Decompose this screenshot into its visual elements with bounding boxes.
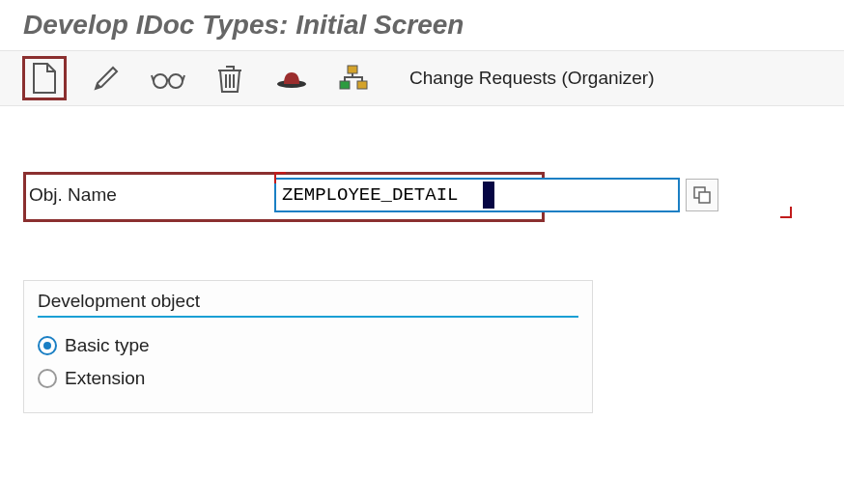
trash-icon bbox=[216, 63, 243, 94]
obj-name-label: Obj. Name bbox=[23, 184, 274, 206]
radio-indicator-basic bbox=[38, 336, 57, 355]
hat-icon bbox=[275, 67, 308, 90]
corner-mark-br bbox=[780, 207, 792, 218]
radio-indicator-extension bbox=[38, 369, 57, 388]
hat-button[interactable] bbox=[270, 57, 313, 99]
content-area: Obj. Name Development object Basic type … bbox=[0, 106, 844, 436]
obj-name-row: Obj. Name bbox=[23, 178, 821, 212]
hierarchy-icon bbox=[338, 64, 369, 93]
page-title: Develop IDoc Types: Initial Screen bbox=[0, 0, 844, 50]
obj-name-input-wrap bbox=[274, 178, 718, 212]
svg-rect-5 bbox=[357, 81, 367, 89]
svg-rect-3 bbox=[348, 66, 357, 73]
radio-extension[interactable]: Extension bbox=[38, 362, 578, 395]
value-help-icon bbox=[693, 186, 711, 204]
pencil-icon bbox=[92, 64, 121, 93]
radio-label-basic: Basic type bbox=[65, 335, 150, 356]
delete-button[interactable] bbox=[209, 57, 251, 99]
svg-point-0 bbox=[154, 74, 167, 88]
value-help-button[interactable] bbox=[686, 179, 718, 211]
new-document-icon bbox=[30, 62, 59, 95]
text-cursor bbox=[483, 182, 494, 209]
radio-label-extension: Extension bbox=[65, 368, 145, 389]
svg-rect-4 bbox=[340, 81, 350, 89]
obj-name-input[interactable] bbox=[274, 178, 680, 212]
radio-basic-type[interactable]: Basic type bbox=[38, 329, 578, 362]
development-object-group: Development object Basic type Extension bbox=[23, 280, 593, 413]
edit-button[interactable] bbox=[85, 57, 127, 99]
display-button[interactable] bbox=[147, 57, 189, 99]
glasses-icon bbox=[151, 68, 185, 89]
group-title: Development object bbox=[38, 291, 578, 318]
svg-point-1 bbox=[169, 74, 183, 88]
create-button[interactable] bbox=[23, 57, 66, 99]
svg-rect-7 bbox=[699, 192, 710, 203]
toolbar: Change Requests (Organizer) bbox=[0, 50, 844, 106]
hierarchy-button[interactable] bbox=[332, 57, 375, 99]
change-requests-link[interactable]: Change Requests (Organizer) bbox=[409, 68, 654, 89]
